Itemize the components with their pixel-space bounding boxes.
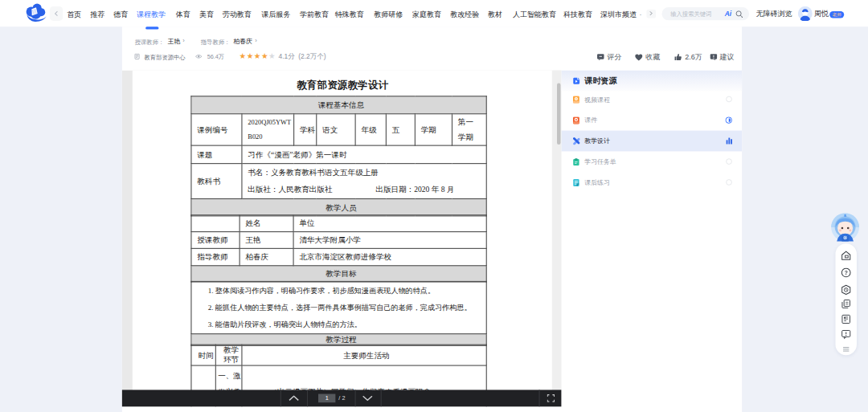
svg-text:?: ? (845, 270, 848, 275)
